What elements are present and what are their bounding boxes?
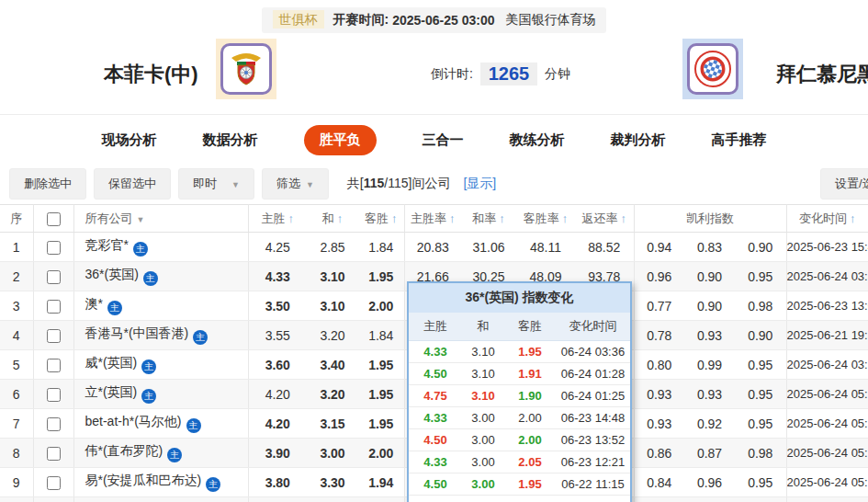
row-checkbox[interactable]: [47, 329, 61, 343]
count-suffix: /115]间公司: [384, 176, 450, 190]
match-info-pill: 世俱杯 开赛时间: 2025-06-25 03:00 美国银行体育场: [262, 7, 607, 33]
row-checkbox[interactable]: [47, 270, 61, 284]
tab-win-draw-lose[interactable]: 胜平负: [304, 125, 377, 155]
kelly-home: 0.84: [634, 468, 684, 497]
tab-live-analysis[interactable]: 现场分析: [102, 131, 157, 149]
col-header-home-rate[interactable]: 主胜率↑: [404, 205, 461, 233]
tab-three-in-one[interactable]: 三合一: [423, 131, 464, 149]
league-badge: 世俱杯: [273, 10, 324, 29]
popup-odds-draw: 3.10: [462, 389, 504, 403]
tab-referee-analysis[interactable]: 裁判分析: [611, 131, 666, 149]
tab-coach-analysis[interactable]: 教练分析: [510, 131, 565, 149]
rate-return: 88.52: [575, 233, 634, 262]
popup-change-time: 06-23 13:52: [556, 433, 630, 447]
row-checkbox[interactable]: [47, 388, 61, 402]
company-name-link[interactable]: 36*(英国): [85, 267, 139, 281]
col-header-draw-rate[interactable]: 和率↑: [461, 205, 516, 233]
kelly-away: 0.95: [735, 262, 786, 291]
home-odds-label: 主胜: [262, 211, 286, 225]
away-team-name: 拜仁慕尼黑: [776, 61, 868, 88]
company-name-link[interactable]: bet-at-h*(马尔他): [85, 414, 182, 428]
popup-col-time: 变化时间: [556, 318, 630, 335]
company-cell: 澳*主: [73, 291, 248, 321]
popup-row: 4.33 3.10 1.95 06-24 03:36: [409, 341, 630, 363]
odds-draw: 2.85: [307, 233, 358, 262]
odds-draw: 3.40: [307, 350, 358, 380]
settings-select-button[interactable]: 设置/选择: [820, 168, 868, 200]
company-name-link[interactable]: 香港马*(中国香港): [85, 325, 189, 340]
change-time: 2025-06-23 13:05: [786, 291, 868, 321]
filter-label: 筛选: [276, 177, 300, 190]
row-checkbox[interactable]: [47, 447, 61, 461]
col-header-away-rate[interactable]: 客胜率↑: [516, 205, 575, 233]
odds-home: 3.80: [248, 468, 307, 497]
row-checkbox[interactable]: [47, 476, 61, 490]
chevron-down-icon: ▼: [137, 215, 145, 224]
odds-home: 4.25: [248, 233, 307, 262]
kelly-draw: 0.99: [684, 350, 735, 380]
row-checkbox[interactable]: [47, 359, 61, 372]
odds-away: 1.84: [358, 233, 404, 262]
company-header-label: 所有公司: [85, 211, 133, 225]
return-rate-label: 返还率: [582, 211, 618, 225]
col-header-home-odds[interactable]: 主胜↑: [248, 205, 307, 233]
col-header-company[interactable]: 所有公司▼: [73, 205, 248, 233]
row-index: 3: [0, 291, 33, 321]
odds-draw: 3.20: [307, 380, 358, 409]
col-header-change-time[interactable]: 变化时间↑: [786, 205, 868, 233]
countdown-label: 倒计时:: [431, 66, 473, 81]
tab-data-analysis[interactable]: 数据分析: [203, 131, 258, 149]
odds-home: 3.60: [248, 350, 307, 380]
count-prefix: 共[: [347, 176, 364, 190]
popup-odds-home: 4.50: [409, 477, 462, 491]
popup-col-away: 客胜: [504, 318, 556, 335]
odds-analysis-page: 世俱杯 开赛时间: 2025-06-25 03:00 美国银行体育场 本菲卡(中…: [0, 0, 868, 502]
kickoff-label: 开赛时间:: [333, 12, 389, 27]
row-index: 4: [0, 321, 33, 350]
filter-dropdown[interactable]: 筛选▼: [262, 168, 329, 200]
odds-home: 4.20: [248, 409, 307, 439]
select-all-checkbox[interactable]: [47, 212, 61, 226]
popup-col-home: 主胜: [409, 318, 462, 335]
kelly-away: 0.98: [735, 439, 786, 468]
popup-odds-away: 1.91: [504, 367, 556, 381]
row-checkbox[interactable]: [47, 241, 61, 255]
company-name-link[interactable]: 威*(英国): [85, 355, 138, 370]
popup-row: 4.50 3.00 1.95 06-22 11:15: [409, 473, 630, 496]
odds-away: 1.84: [358, 321, 404, 350]
popup-row: 4.33 3.00 2.05 06-23 12:21: [409, 451, 630, 473]
kelly-draw: 0.92: [684, 409, 735, 439]
row-checkbox[interactable]: [47, 417, 61, 431]
row-checkbox-cell: [33, 468, 73, 497]
popup-change-time: 06-23 12:21: [556, 455, 630, 469]
keep-selected-button[interactable]: 保留选中: [94, 168, 171, 200]
show-link[interactable]: [显示]: [463, 176, 496, 192]
sort-asc-icon: ↑: [337, 211, 344, 225]
home-logo-frame: [220, 43, 272, 95]
sort-asc-icon: ↑: [391, 211, 398, 225]
instant-odds-dropdown[interactable]: 即时▼: [178, 168, 254, 200]
popup-col-draw: 和: [462, 318, 504, 335]
main-company-badge-icon: 主: [167, 448, 182, 462]
delete-selected-button[interactable]: 删除选中: [9, 168, 86, 200]
tab-expert-recommend[interactable]: 高手推荐: [712, 131, 767, 149]
draw-rate-label: 和率: [472, 211, 496, 225]
col-header-draw-odds[interactable]: 和↑: [307, 205, 358, 233]
col-header-return-rate[interactable]: 返还率↑: [575, 205, 634, 233]
row-index: 9: [0, 468, 33, 497]
company-name-link[interactable]: 澳*: [85, 296, 103, 311]
kelly-draw: 0.90: [684, 262, 735, 291]
odds-away: 1.95: [358, 409, 404, 439]
popup-odds-away: 2.00: [504, 411, 556, 425]
company-name-link[interactable]: 竞彩官*: [85, 237, 129, 252]
col-header-away-odds[interactable]: 客胜↑: [358, 205, 404, 233]
company-name-link[interactable]: 易*(安提瓜和巴布达): [85, 473, 202, 487]
team-header: 本菲卡(中) 倒计时: 1265 分钟: [0, 37, 868, 114]
benfica-crest-icon: [226, 49, 266, 89]
popup-odds-home: 4.75: [409, 389, 462, 403]
company-cell: 伟*(直布罗陀)主: [73, 439, 248, 468]
row-checkbox[interactable]: [47, 300, 61, 314]
popup-odds-draw: 3.10: [462, 345, 504, 359]
company-name-link[interactable]: 伟*(直布罗陀): [85, 443, 163, 458]
company-name-link[interactable]: 立*(英国): [85, 384, 138, 399]
